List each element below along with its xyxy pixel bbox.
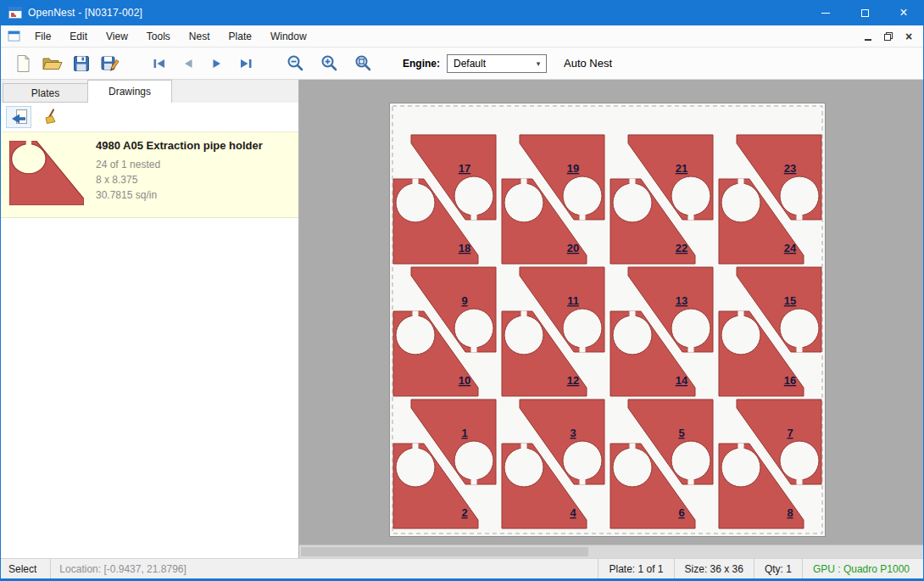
save-edit-icon	[101, 54, 120, 73]
part-notch-slot	[797, 478, 803, 485]
zoom-out-icon	[287, 54, 304, 72]
part-notch-slot	[521, 311, 527, 318]
part-notch-slot	[797, 214, 803, 221]
engine-select[interactable]: Default ▾	[447, 54, 547, 73]
part-number: 2	[461, 506, 467, 519]
mdi-close-button[interactable]: ×	[899, 28, 918, 45]
part-notch	[613, 183, 652, 222]
status-plate: Plate: 1 of 1	[598, 559, 673, 578]
drawing-nested-count: 24 of 1 nested	[96, 157, 263, 172]
part-number: 22	[676, 242, 687, 254]
mdi-minimize-button[interactable]	[859, 28, 877, 45]
part-notch	[613, 448, 652, 487]
nest-pair: 1112	[502, 267, 604, 396]
nest-pair: 2324	[719, 135, 821, 264]
nav-group	[145, 51, 260, 76]
nest-pair: 56	[610, 399, 713, 528]
import-icon	[9, 109, 28, 126]
part-thumbnail	[9, 141, 84, 209]
part-number: 23	[784, 162, 796, 175]
new-icon	[15, 54, 32, 73]
save-edit-button[interactable]	[96, 51, 125, 76]
nest-pair: 34	[502, 399, 604, 528]
menu-item-plate[interactable]: Plate	[220, 25, 261, 47]
nav-prev-button[interactable]	[174, 51, 203, 76]
part-number: 15	[784, 294, 796, 307]
zoom-in-button[interactable]	[314, 51, 343, 76]
part-notch-slot	[738, 179, 744, 186]
nest-pair: 1516	[719, 267, 821, 396]
zoom-fit-button[interactable]	[348, 51, 377, 76]
part-notch	[671, 309, 710, 348]
menu-item-nest[interactable]: Nest	[180, 25, 220, 47]
tab-plates[interactable]: Plates	[3, 83, 87, 103]
nest-pair: 78	[719, 399, 821, 528]
menu-item-tools[interactable]: Tools	[137, 25, 180, 47]
zoom-out-button[interactable]	[281, 51, 309, 76]
mdi-restore-button[interactable]	[879, 28, 898, 45]
nest-pair: 1718	[393, 135, 496, 264]
minimize-button[interactable]	[806, 0, 845, 25]
open-icon	[42, 55, 63, 72]
nest-canvas[interactable]: 171819202122232491011121314151612345678	[299, 80, 923, 558]
menu-item-view[interactable]: View	[97, 25, 137, 47]
part-notch	[721, 316, 760, 355]
menu-item-edit[interactable]: Edit	[60, 25, 97, 47]
status-location: Location: [-0.9437, 21.8796]	[50, 559, 194, 578]
part-notch-slot	[738, 444, 744, 450]
horizontal-scrollbar[interactable]	[299, 545, 923, 558]
app-window: OpenNest - [N0317-002] × FileEditViewToo…	[0, 0, 924, 581]
part-number: 1	[461, 427, 467, 439]
part-number: 7	[787, 427, 793, 439]
part-notch	[563, 441, 602, 480]
part-notch-slot	[580, 478, 586, 485]
nav-last-button[interactable]	[231, 51, 260, 76]
part-notch	[454, 176, 493, 215]
canvas-viewport[interactable]: 171819202122232491011121314151612345678	[299, 80, 923, 545]
part-notch	[671, 176, 710, 215]
nest-pair: 12	[393, 399, 496, 528]
part-notch	[721, 448, 760, 487]
tab-strip: Plates Drawings	[1, 80, 298, 103]
drawings-panel: 4980 A05 Extraction pipe holder 24 of 1 …	[1, 103, 298, 558]
part-number: 12	[567, 374, 579, 387]
drawing-list-item[interactable]: 4980 A05 Extraction pipe holder 24 of 1 …	[1, 131, 298, 218]
nav-next-button[interactable]	[203, 51, 231, 76]
auto-nest-button[interactable]: Auto Nest	[564, 57, 612, 70]
tab-drawings[interactable]: Drawings	[87, 80, 172, 103]
part-notch	[454, 441, 493, 480]
menu-items: FileEditViewToolsNestPlateWindow	[25, 25, 316, 47]
part-number: 10	[459, 374, 470, 387]
title-bar: OpenNest - [N0317-002] ×	[1, 0, 923, 25]
close-icon: ×	[899, 6, 907, 20]
close-button[interactable]: ×	[884, 0, 923, 25]
part-notch-slot	[688, 214, 694, 221]
menu-item-window[interactable]: Window	[261, 25, 316, 47]
part-notch	[396, 448, 435, 487]
part-number: 5	[678, 427, 684, 439]
clear-button[interactable]	[38, 106, 64, 128]
left-panel: Plates Drawings	[1, 80, 299, 558]
document-icon[interactable]	[8, 30, 20, 42]
part-notch	[780, 441, 819, 480]
zoom-group	[281, 51, 377, 76]
import-button[interactable]	[6, 106, 31, 128]
nest-pair: 1920	[502, 135, 604, 264]
save-button[interactable]	[67, 51, 96, 76]
menu-bar: FileEditViewToolsNestPlateWindow ×	[1, 25, 923, 47]
part-notch	[721, 183, 760, 222]
minimize-icon	[821, 13, 830, 14]
menu-item-file[interactable]: File	[25, 25, 60, 47]
nav-prev-icon	[181, 56, 196, 71]
part-notch	[780, 309, 819, 348]
maximize-button[interactable]	[845, 0, 884, 25]
engine-value: Default	[454, 58, 486, 70]
open-button[interactable]	[38, 51, 67, 76]
new-button[interactable]	[9, 51, 38, 76]
window-title: OpenNest - [N0317-002]	[28, 7, 806, 19]
part-notch	[504, 448, 543, 487]
scrollbar-thumb[interactable]	[301, 547, 588, 556]
status-qty: Qty: 1	[754, 559, 802, 578]
part-number: 19	[567, 162, 579, 175]
nav-first-button[interactable]	[145, 51, 174, 76]
